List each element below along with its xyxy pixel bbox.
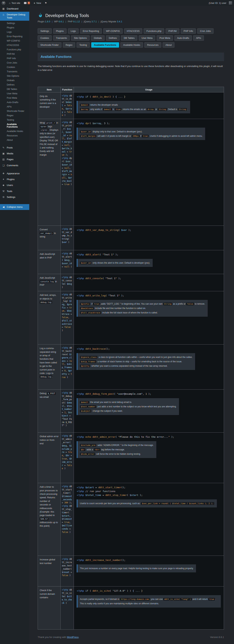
footer: Thank you for creating with WordPress. V… [38,636,224,638]
tab-transients[interactable]: Transients [53,35,70,41]
submenu-item-defines[interactable]: Defines [0,82,29,87]
submenu-item-settings[interactable]: Settings [0,21,29,26]
usage-code-line: <?php if ( ddtt_is_dev() ) { ... } [77,95,221,99]
usage-note: $ignore_class: a class to ignore all fun… [77,353,195,370]
usage-code-line: <?php // run your functions [77,490,221,493]
page-title: Developer Debug Tools [45,13,89,18]
footer-version: Version 6.6.1 [210,636,224,638]
collapse-menu-button[interactable]: ◀ Collapse menu [0,204,29,210]
submenu-item-auto-drafts[interactable]: Auto-Drafts [0,100,29,104]
sidebar-item-tools[interactable]: ⚒Tools [0,188,29,194]
sidebar-item-developer-debug-tools[interactable]: ♨ Developer Debug Tools [0,12,29,21]
submenu-item-user-meta[interactable]: User Meta [0,91,29,96]
account-menu[interactable]: (User ID: 1) user [207,0,234,6]
new-content-link[interactable]: +New [32,0,43,6]
submenu-item-htaccess[interactable]: HTACCESS [0,43,29,48]
comments-link[interactable]: 0 [22,0,32,6]
tab-php-info[interactable]: PHP Info [181,28,196,34]
version-meta: Plugin 1.8.0|WP 6.6.1|PHP 8.1.12|jQuery … [38,20,224,23]
function-row: Global admin error notice on front-end<?… [38,432,224,483]
tab-site-options[interactable]: Site Options [71,35,90,41]
submenu-item-available-functions[interactable]: Available Functions [0,122,29,129]
tab-available-hooks[interactable]: Available Hooks [120,42,143,48]
table-header: ItemFunctionUsage [38,87,224,92]
table-body: Only do something if the current user is… [38,92,224,630]
meta-separator: | [81,20,82,23]
tab-globals[interactable]: Globals [91,35,105,41]
plugin-icon: ✦ [2,178,5,181]
usage-code-line: <?php ddtt_increase_test_number(); [77,558,221,562]
meta-item: jQuery 3.7.1 [84,20,97,23]
tab-post-meta[interactable]: Post Meta [157,35,173,41]
tab-php-ini[interactable]: PHP.INI [166,28,179,34]
tab-logs[interactable]: Logs [68,28,79,34]
tab-htaccess[interactable]: HTACCESS [124,28,142,34]
submenu-item-site-options[interactable]: Site Options [0,74,29,78]
sidebar-item-dashboard[interactable]: ▦ Dashboard [0,6,29,12]
tab-resources[interactable]: Resources [144,42,161,48]
meta-separator: | [52,20,52,23]
footer-thanks: Thank you for creating with WordPress. [38,636,79,638]
function-cell: <?php ddtt_admin_error( $msg, $include_p… [61,432,74,483]
flag-icon[interactable]: ⚑ [43,0,49,6]
submenu-item-plugins[interactable]: Plugins [0,26,29,30]
submenu-item-cookies[interactable]: Cookies [0,65,29,70]
submenu-item-error-reporting[interactable]: Error Reporting [0,34,29,39]
column-header-function: Function [61,87,74,92]
site-name-link[interactable]: ⌂Test site [7,0,22,6]
tab-testing[interactable]: Testing [77,42,90,48]
tab-available-functions[interactable]: Available Functions [91,42,119,48]
tab-user-meta[interactable]: User Meta [139,35,155,41]
submenu-item-post-meta[interactable]: Post Meta [0,96,29,100]
meta-separator: | [65,20,66,23]
tab-shortcode-finder[interactable]: Shortcode Finder [38,42,61,48]
submenu-item-about[interactable]: About [0,138,29,142]
tab-about[interactable]: About [163,42,174,48]
submenu-item-php-info[interactable]: PHP Info [0,56,29,60]
submenu-item-available-hooks[interactable]: Available Hooks [0,129,29,134]
tab-regex[interactable]: Regex [63,42,75,48]
tab-settings[interactable]: Settings [38,28,52,34]
submenu-item-apis[interactable]: APIs [0,104,29,109]
sidebar-item-media[interactable]: ▣Media [0,151,29,156]
submenu-item-cron-jobs[interactable]: Cron Jobs [0,60,29,65]
submenu-item-testing[interactable]: Testing [0,118,29,122]
item-cell: Wrap print_r in <pre> tags </pre>. Displ… [38,119,61,226]
sidebar-item-users[interactable]: ☻Users [0,182,29,188]
tab-auto-drafts[interactable]: Auto-Drafts [174,35,192,41]
submenu-item-db-tables[interactable]: DB Tables [0,87,29,91]
item-cell: Add a timer to your processes to check p… [38,483,61,556]
sidebar-item-appearance[interactable]: ❖Appearance [0,170,29,176]
tab-functions-php[interactable]: Functions.php [144,28,164,34]
submenu-item-functions-php[interactable]: Functions.php [0,48,29,52]
tab-wp-config[interactable]: WP-CONFIG [103,28,123,34]
admin-bar: W ⌂Test site 0 +New ⚑ (User ID: 1) user [0,0,234,6]
submenu-item-globals[interactable]: Globals [0,78,29,82]
sidebar-item-comments[interactable]: ❏Comments [0,162,29,168]
submenu-item-wp-config[interactable]: WP-CONFIG [0,39,29,43]
tab-defines[interactable]: Defines [106,35,120,41]
wordpress-link[interactable]: WordPress [67,636,79,638]
sidebar-item-plugins[interactable]: ✦Plugins [0,176,29,182]
submenu-item-regex[interactable]: Regex [0,113,29,118]
sidebar-item-posts[interactable]: ✎Posts [0,145,29,151]
function-row: Add a timer to your processes to check p… [38,483,224,556]
submenu-item-transients[interactable]: Transients [0,70,29,74]
ddt-submenu: SettingsPluginsLogsError ReportingWP-CON… [0,21,29,142]
meta-item: WP 6.6.1 [54,20,64,23]
tab-apis[interactable]: APIs [193,35,204,41]
tab-db-tables[interactable]: DB Tables [121,35,137,41]
tab-cookies[interactable]: Cookies [38,35,52,41]
tab-cron-jobs[interactable]: Cron Jobs [197,28,214,34]
submenu-item-shortcode-finder[interactable]: Shortcode Finder [0,109,29,113]
sidebar-item-settings[interactable]: ⚙Settings [0,194,29,200]
submenu-item-resources[interactable]: Resources [0,134,29,138]
usage-cell: <?php $start = ddtt_start_timer();<?php … [74,483,224,556]
usage-code-line: <?php if ( ddtt_is_site( "127.0.0" ) ) {… [77,589,221,593]
tab-plugins[interactable]: Plugins [53,28,66,34]
submenu-item-logs[interactable]: Logs [0,30,29,34]
submenu-item-php-ini[interactable]: PHP.INI [0,52,29,56]
tab-error-reporting[interactable]: Error Reporting [80,28,102,34]
wordpress-logo-icon[interactable]: W [0,0,7,6]
sidebar-item-pages[interactable]: ▤Pages [0,156,29,162]
